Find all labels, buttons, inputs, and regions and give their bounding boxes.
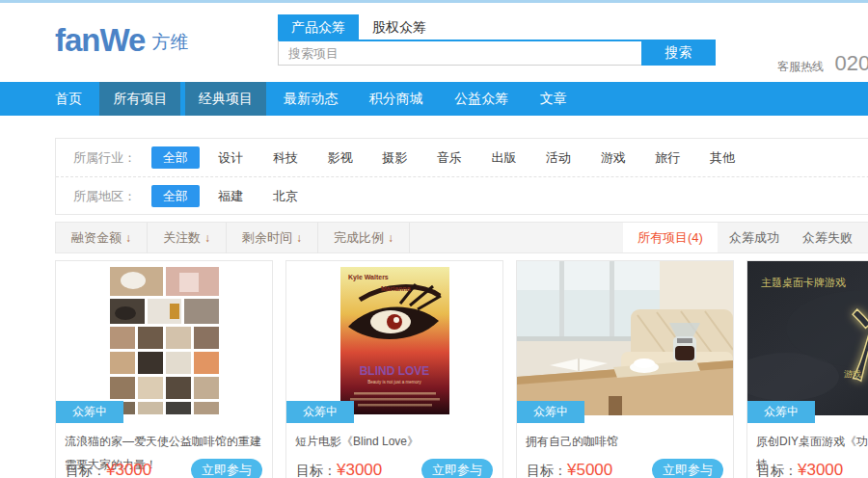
sort-by-completion[interactable]: 完成比例↓ [318, 223, 410, 253]
project-card-grid: 众筹中 流浪猫的家—爱天使公益咖啡馆的重建需要大家的力量！ 目标：¥3000 立… [55, 260, 868, 478]
status-badge: 众筹中 [286, 401, 354, 423]
project-image-movie-poster[interactable]: Kyle Walters Marianna BLIND LOVE Beauty … [286, 261, 502, 415]
goal: 目标：¥5000 [527, 461, 612, 478]
project-footer: 目标：¥3000 立即参与 [757, 458, 868, 478]
goal-amount: ¥3000 [798, 461, 843, 478]
sort-arrow-icon: ↓ [388, 231, 393, 245]
region-option-all[interactable]: 全部 [151, 185, 200, 207]
sort-arrow-icon: ↓ [125, 231, 131, 245]
filter-panel: 所属行业： 全部 设计 科技 影视 摄影 音乐 出版 活动 游戏 旅行 其他 所… [55, 138, 868, 215]
project-card-cat-cafe[interactable]: 众筹中 流浪猫的家—爱天使公益咖啡馆的重建需要大家的力量！ 目标：¥3000 立… [55, 260, 273, 478]
industry-option-events[interactable]: 活动 [546, 150, 571, 165]
project-image-cat-collage[interactable] [56, 261, 272, 415]
service-hotline: 客服热线 020 [777, 51, 868, 76]
status-badge: 众筹中 [56, 401, 123, 423]
industry-option-publishing[interactable]: 出版 [491, 150, 516, 165]
project-card-coffee-shop[interactable]: 众筹中 拥有自己的咖啡馆 目标：¥5000 立即参与 [516, 260, 734, 478]
project-footer: 目标：¥3000 立即参与 [66, 458, 262, 478]
region-option-beijing[interactable]: 北京 [273, 189, 298, 203]
goal-amount: ¥3000 [106, 461, 151, 478]
join-now-button[interactable]: 立即参与 [421, 459, 493, 478]
status-tab-success[interactable]: 众筹成功 [718, 223, 791, 252]
industry-option-music[interactable]: 音乐 [437, 150, 462, 165]
sort-by-time-left[interactable]: 剩余时间↓ [227, 223, 318, 253]
site-logo[interactable]: fanWe方维 [55, 22, 188, 59]
nav-item-articles[interactable]: 文章 [527, 82, 581, 116]
status-tab-all[interactable]: 所有项目(4) [623, 223, 718, 252]
search-type-tabs: 产品众筹股权众筹 [278, 14, 440, 41]
industry-option-photography[interactable]: 摄影 [382, 150, 407, 165]
industry-option-tech[interactable]: 科技 [273, 150, 298, 165]
tab-product-crowdfunding[interactable]: 产品众筹 [278, 14, 359, 41]
project-image-coffee-shop[interactable] [517, 261, 733, 415]
nav-item-classic-projects[interactable]: 经典项目 [185, 82, 266, 116]
industry-option-other[interactable]: 其他 [710, 150, 735, 165]
nav-item-charity[interactable]: 公益众筹 [441, 82, 522, 116]
poster-name-2: Marianna [381, 285, 411, 292]
filter-row-region: 所属地区： 全部 福建 北京 [56, 176, 868, 214]
sort-arrow-icon: ↓ [296, 231, 302, 245]
hotline-number: 020 [834, 51, 868, 75]
search-input[interactable] [278, 40, 641, 66]
nav-item-points-mall[interactable]: 积分商城 [356, 82, 437, 116]
status-tab-ongoing[interactable]: 众筹中 [864, 223, 868, 252]
blind-love-poster-image: Kyle Walters Marianna BLIND LOVE Beauty … [340, 267, 449, 414]
goal-label: 目标： [296, 463, 337, 478]
kungfu-poster-image: 冲 冲 主题桌面卡牌游戏 游戏 [747, 261, 868, 415]
goal: 目标：¥3000 [757, 461, 843, 478]
tab-equity-crowdfunding[interactable]: 股权众筹 [359, 14, 440, 41]
goal-label: 目标： [66, 463, 106, 478]
sort-bar: 融资金额↓关注数↓剩余时间↓完成比例↓ 所有项目(4)众筹成功众筹失败众筹中 [55, 222, 868, 253]
poster-sub-text: 游戏 [844, 369, 861, 379]
status-badge: 众筹中 [517, 401, 584, 423]
logo-suffix: 方维 [151, 32, 188, 52]
industry-option-travel[interactable]: 旅行 [655, 150, 680, 165]
sort-by-followers[interactable]: 关注数↓ [148, 223, 227, 253]
poster-glyph: 冲 [850, 296, 868, 394]
site-header: fanWe方维 产品众筹股权众筹 搜索 客服热线 020 [0, 3, 868, 82]
status-badge: 众筹中 [747, 401, 815, 423]
goal: 目标：¥3000 [66, 461, 151, 478]
project-image-game-poster[interactable]: 冲 冲 主题桌面卡牌游戏 游戏 [747, 261, 868, 415]
status-tab-failed[interactable]: 众筹失败 [791, 223, 864, 252]
filter-row-industry: 所属行业： 全部 设计 科技 影视 摄影 音乐 出版 活动 游戏 旅行 其他 [56, 139, 868, 176]
goal-label: 目标： [757, 463, 798, 478]
goal-amount: ¥5000 [567, 461, 612, 478]
logo-text: fanWe [55, 22, 145, 58]
sort-by-amount[interactable]: 融资金额↓ [56, 223, 148, 253]
poster-name-1: Kyle Walters [348, 274, 389, 281]
industry-option-design[interactable]: 设计 [218, 150, 243, 165]
region-option-fujian[interactable]: 福建 [218, 189, 243, 203]
main-nav: 首页 所有项目 经典项目 最新动态 积分商城 公益众筹 文章 [0, 82, 868, 116]
join-now-button[interactable]: 立即参与 [191, 459, 262, 478]
industry-option-games[interactable]: 游戏 [601, 150, 626, 165]
industry-option-film[interactable]: 影视 [328, 150, 353, 165]
nav-item-all-projects[interactable]: 所有项目 [99, 82, 180, 116]
coffee-shop-photo [517, 261, 733, 415]
industry-label: 所属行业： [73, 150, 136, 165]
project-card-blind-love[interactable]: Kyle Walters Marianna BLIND LOVE Beauty … [285, 260, 503, 478]
nav-item-home[interactable]: 首页 [55, 82, 95, 116]
sort-arrow-icon: ↓ [204, 231, 210, 245]
poster-title: BLIND LOVE [359, 364, 429, 378]
nav-item-latest-news[interactable]: 最新动态 [270, 82, 351, 116]
search-button[interactable]: 搜索 [641, 40, 716, 66]
hotline-label: 客服热线 [777, 60, 824, 73]
join-now-button[interactable]: 立即参与 [652, 459, 723, 478]
goal: 目标：¥3000 [296, 461, 382, 478]
search-bar: 搜索 [278, 40, 716, 66]
project-footer: 目标：¥5000 立即参与 [527, 458, 723, 478]
project-footer: 目标：¥3000 立即参与 [296, 458, 493, 478]
poster-tagline: Beauty is not just a memory [367, 380, 421, 385]
goal-label: 目标： [527, 463, 567, 478]
cat-collage-image [110, 267, 219, 414]
region-label: 所属地区： [73, 189, 136, 203]
poster-top-text: 主题桌面卡牌游戏 [761, 277, 846, 288]
goal-amount: ¥3000 [337, 461, 382, 478]
industry-option-all[interactable]: 全部 [151, 146, 200, 169]
status-filter-tabs: 所有项目(4)众筹成功众筹失败众筹中 [623, 223, 868, 252]
project-card-board-game[interactable]: 冲 冲 主题桌面卡牌游戏 游戏 众筹中 原创DIY桌面游戏《功夫》期待您的支持 … [746, 260, 868, 478]
